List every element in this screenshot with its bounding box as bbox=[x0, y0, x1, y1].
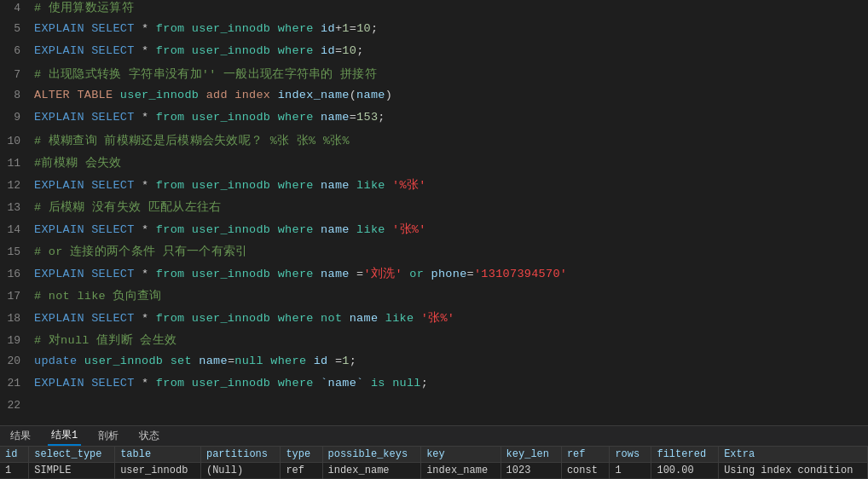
token: name bbox=[342, 312, 385, 325]
table-cell: index_name bbox=[421, 463, 501, 479]
token: ; bbox=[356, 44, 363, 57]
line-content: EXPLAIN SELECT * from user_innodb where … bbox=[34, 22, 868, 35]
line-number: 22 bbox=[0, 399, 34, 412]
line-number: 7 bbox=[0, 68, 34, 81]
bottom-tabs-bar[interactable]: 结果结果1剖析状态 bbox=[0, 425, 868, 446]
token: where bbox=[278, 22, 314, 35]
token: set bbox=[171, 355, 192, 367]
token: 1 bbox=[342, 22, 349, 35]
token: = bbox=[350, 111, 356, 124]
token: user_innodb bbox=[184, 312, 277, 325]
token: EXPLAIN SELECT bbox=[34, 179, 135, 192]
token: EXPLAIN SELECT bbox=[34, 377, 135, 390]
line-content: # not like 负向查询 bbox=[34, 288, 868, 303]
code-line: 4# 使用算数运算符 bbox=[0, 0, 868, 22]
token: where bbox=[278, 312, 314, 325]
token: # or 连接的两个条件 只有一个有索引 bbox=[34, 245, 248, 258]
token: EXPLAIN SELECT bbox=[34, 111, 135, 124]
table-cell: (Null) bbox=[200, 463, 280, 479]
token: like bbox=[385, 312, 414, 325]
token: where bbox=[278, 179, 314, 192]
code-line: 9EXPLAIN SELECT * from user_innodb where… bbox=[0, 111, 868, 133]
bottom-tab[interactable]: 结果 bbox=[7, 427, 34, 445]
token: from bbox=[156, 223, 185, 236]
token: 10 bbox=[342, 44, 356, 57]
code-line: 6EXPLAIN SELECT * from user_innodb where… bbox=[0, 44, 868, 66]
code-line: 19# 对null 值判断 会生效 bbox=[0, 332, 868, 355]
token: where bbox=[278, 111, 314, 124]
line-content: # 出现隐式转换 字符串没有加'' 一般出现在字符串的 拼接符 bbox=[34, 66, 868, 82]
line-content: #前模糊 会失效 bbox=[34, 155, 868, 170]
token: * bbox=[135, 111, 156, 124]
line-content: EXPLAIN SELECT * from user_innodb where … bbox=[34, 111, 868, 124]
token: * bbox=[135, 268, 156, 280]
token: ; bbox=[421, 377, 428, 390]
line-content: EXPLAIN SELECT * from user_innodb where … bbox=[34, 266, 868, 281]
token: '%张' bbox=[385, 179, 426, 192]
line-content: # 对null 值判断 会生效 bbox=[34, 332, 868, 348]
token: * bbox=[135, 22, 156, 35]
line-number: 19 bbox=[0, 334, 34, 347]
code-line: 18EXPLAIN SELECT * from user_innodb wher… bbox=[0, 310, 868, 332]
token: EXPLAIN SELECT bbox=[34, 312, 135, 325]
result-column-header: possible_keys bbox=[322, 447, 421, 463]
bottom-tab[interactable]: 结果1 bbox=[48, 426, 81, 446]
table-cell: 1 bbox=[610, 463, 651, 479]
token: user_innodb bbox=[77, 355, 170, 367]
token: where bbox=[278, 223, 314, 236]
token: #前模糊 会失效 bbox=[34, 157, 122, 170]
code-line: 11#前模糊 会失效 bbox=[0, 155, 868, 177]
token: = bbox=[467, 268, 474, 280]
token: name bbox=[314, 223, 356, 236]
token: name bbox=[314, 268, 356, 280]
line-content: EXPLAIN SELECT * from user_innodb where … bbox=[34, 44, 868, 57]
table-cell: 1023 bbox=[501, 463, 561, 479]
line-number: 21 bbox=[0, 377, 34, 390]
token: user_innodb bbox=[184, 179, 277, 192]
result-column-header: Extra bbox=[719, 447, 868, 463]
result-column-header: id bbox=[0, 447, 29, 463]
result-column-header: rows bbox=[610, 447, 651, 463]
line-content: ALTER TABLE user_innodb add index index_… bbox=[34, 89, 868, 101]
token: 10 bbox=[356, 22, 371, 35]
line-number: 14 bbox=[0, 223, 34, 236]
token: like bbox=[356, 179, 385, 192]
token: `name` bbox=[314, 377, 371, 390]
token: '张%' bbox=[414, 312, 454, 325]
line-content: # or 连接的两个条件 只有一个有索引 bbox=[34, 244, 868, 259]
token: * bbox=[135, 179, 156, 192]
token: not bbox=[321, 312, 342, 325]
token: 1 bbox=[342, 355, 349, 367]
table-row: 1SIMPLEuser_innodb(Null)refindex_nameind… bbox=[0, 463, 868, 479]
table-cell: const bbox=[561, 463, 609, 479]
bottom-tab[interactable]: 剖析 bbox=[95, 427, 122, 445]
line-number: 15 bbox=[0, 245, 34, 258]
token: user_innodb bbox=[113, 89, 205, 101]
token: from bbox=[156, 312, 185, 325]
token: * bbox=[135, 44, 156, 57]
token: where bbox=[278, 377, 314, 390]
token: user_innodb bbox=[184, 223, 277, 236]
line-content: # 后模糊 没有失效 匹配从左往右 bbox=[34, 199, 868, 215]
table-cell: user_innodb bbox=[115, 463, 201, 479]
token: name bbox=[356, 89, 385, 101]
line-number: 8 bbox=[0, 89, 34, 101]
token: index_name bbox=[270, 89, 349, 101]
line-number: 18 bbox=[0, 312, 34, 325]
bottom-tab[interactable]: 状态 bbox=[136, 427, 163, 445]
token: 153 bbox=[356, 111, 378, 124]
result-column-header: table bbox=[115, 447, 201, 463]
token: = bbox=[356, 268, 363, 280]
code-line: 17# not like 负向查询 bbox=[0, 288, 868, 310]
code-line: 5EXPLAIN SELECT * from user_innodb where… bbox=[0, 22, 868, 44]
line-number: 10 bbox=[0, 135, 34, 147]
token: null bbox=[392, 377, 421, 390]
result-column-header: type bbox=[281, 447, 322, 463]
token: where bbox=[278, 44, 314, 57]
token: # not like 负向查询 bbox=[34, 290, 162, 303]
token: null bbox=[234, 355, 263, 367]
line-number: 6 bbox=[0, 44, 34, 57]
token: ( bbox=[350, 89, 356, 101]
token: from bbox=[156, 377, 185, 390]
token: '13107394570' bbox=[474, 268, 567, 280]
